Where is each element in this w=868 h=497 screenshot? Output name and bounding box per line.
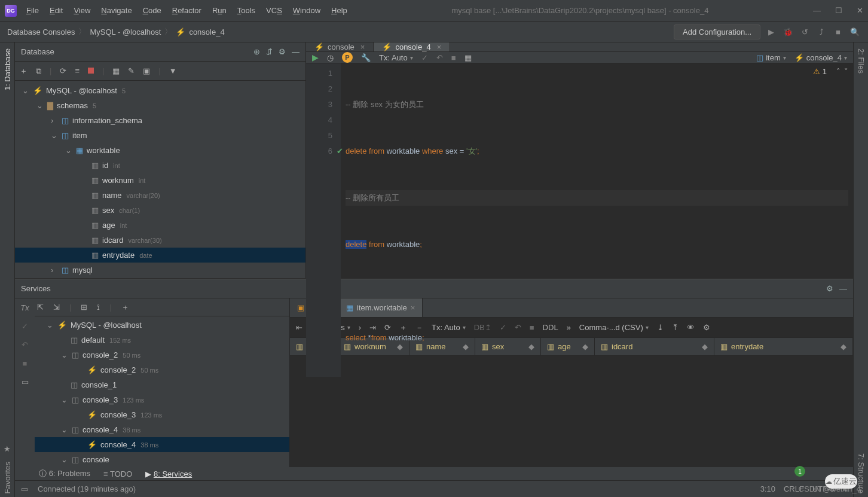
svc-item[interactable]: ⚡console_3123 ms [35, 407, 289, 422]
menu-run[interactable]: Run [212, 6, 227, 15]
target-icon[interactable]: ⊕ [253, 47, 260, 56]
table-view-icon[interactable]: ▦ [112, 66, 120, 75]
code-editor[interactable]: 123456✔ -- 删除 sex 为女的员工 delete from work… [306, 63, 853, 377]
duplicate-icon[interactable]: ⧉ [36, 66, 41, 76]
svc-item[interactable]: ⌄◫console_250 ms [35, 347, 289, 362]
menu-navigate[interactable]: Navigate [101, 6, 132, 15]
schema-icon: ◫ [756, 53, 763, 62]
inspection-badge[interactable]: ⚠1 [813, 67, 827, 76]
close-tab-icon[interactable]: × [360, 42, 365, 51]
stop-icon[interactable]: ■ [23, 359, 27, 368]
stop-button[interactable] [88, 66, 94, 75]
tree-col[interactable]: ▥sexchar(1) [15, 203, 305, 218]
tx-mode-drop[interactable]: Tx: Auto▾ [379, 53, 413, 62]
commit-icon[interactable]: ✓ [22, 322, 28, 331]
svc-item[interactable]: ⌄◫console_438 ms [35, 422, 289, 437]
maximize-icon[interactable]: ☐ [835, 6, 842, 15]
notification-badge[interactable]: 1 [794, 466, 805, 477]
caret-pos[interactable]: 3:10 [760, 484, 775, 493]
rollback-icon[interactable]: ↶ [436, 53, 443, 62]
run-button[interactable]: ▶ [312, 53, 319, 62]
first-page-icon[interactable]: ⇤ [296, 323, 302, 332]
status-window-icon[interactable]: ▭ [21, 484, 28, 493]
hide-panel-icon[interactable]: — [292, 47, 299, 56]
crumb-ds[interactable]: MySQL - @localhost [90, 28, 161, 36]
new-icon[interactable]: ＋ [20, 66, 27, 77]
cancel-icon[interactable]: ■ [451, 53, 456, 62]
refresh-icon[interactable]: ⟳ [60, 66, 66, 75]
svc-item[interactable]: ◫console_1 [35, 377, 289, 392]
close-icon[interactable]: ✕ [857, 6, 863, 15]
tree-col[interactable]: ▥namevarchar(20) [15, 188, 305, 203]
menu-code[interactable]: Code [143, 6, 161, 15]
layout-icon[interactable]: ▭ [22, 377, 29, 386]
collapse-icon[interactable]: ⇲ [53, 303, 60, 312]
grid-icon[interactable]: ▦ [464, 53, 472, 62]
profile-icon[interactable]: P [342, 52, 353, 63]
todo-tab[interactable]: ≡ TODO [103, 469, 132, 478]
session-icon: ◫ [72, 455, 79, 464]
tab-console4[interactable]: ⚡console_4× [374, 42, 450, 51]
svc-item-selected[interactable]: ⚡console_438 ms [35, 437, 289, 452]
main-menu: File Edit View Navigate Code Refactor Ru… [26, 6, 347, 15]
svc-item[interactable]: ⌄◫console [35, 452, 289, 467]
edit-icon[interactable]: ✎ [128, 66, 135, 75]
sidebar-tab-database[interactable]: 1: Database [3, 48, 12, 90]
crumb-file[interactable]: console_4 [189, 28, 224, 36]
minimize-icon[interactable]: — [813, 6, 821, 15]
crumb-root[interactable]: Database Consoles [7, 28, 75, 36]
services-tab[interactable]: ▶ 8: Services [145, 469, 192, 478]
sidebar-tab-favorites[interactable]: Favorites [3, 462, 12, 493]
tab-console[interactable]: ⚡console× [306, 42, 374, 51]
search-icon[interactable]: 🔍 [849, 28, 861, 36]
menu-window[interactable]: Window [293, 6, 320, 15]
svc-root[interactable]: ⌄⚡MySQL - @localhost [35, 318, 289, 333]
next-problem-icon[interactable]: ˅ [844, 67, 848, 76]
rollback-icon[interactable]: ↶ [22, 340, 28, 349]
tree-col[interactable]: ▥worknumint [15, 173, 305, 188]
tree-schemas[interactable]: ⌄▇schemas5 [15, 98, 305, 113]
svc-item[interactable]: ⚡console_250 ms [35, 362, 289, 377]
tree-col[interactable]: ▥ageint [15, 218, 305, 233]
gear-icon[interactable]: ⚙ [279, 47, 286, 56]
close-tab-icon[interactable]: × [437, 42, 442, 51]
svc-item[interactable]: ⌄◫console_3123 ms [35, 392, 289, 407]
problems-tab[interactable]: ⓘ 6: Problems [39, 468, 90, 479]
tx-icon[interactable]: Tx [20, 303, 29, 312]
add-icon[interactable]: ＋ [121, 302, 129, 313]
group-icon[interactable]: ⊞ [81, 303, 87, 312]
sidebar-tab-files[interactable]: 2: Files [857, 46, 866, 74]
add-configuration-button[interactable]: Add Configuration... [674, 25, 760, 39]
menu-help[interactable]: Help [331, 6, 347, 15]
menu-edit[interactable]: Edit [50, 6, 63, 15]
menu-file[interactable]: File [26, 6, 39, 15]
expand-icon[interactable]: ⇱ [37, 303, 44, 312]
collapse-icon[interactable]: ⇵ [266, 47, 273, 56]
wrench-icon[interactable]: 🔧 [361, 53, 371, 62]
svc-item[interactable]: ◫default152 ms [35, 333, 289, 347]
tree-col[interactable]: ▥idint [15, 158, 305, 173]
filter-icon[interactable]: ▼ [169, 66, 177, 75]
tree-mysql-schema[interactable]: ›◫mysql [15, 263, 305, 278]
services-strip: Tx ✓ ↶ ■ ▭ [15, 298, 35, 467]
tree-table[interactable]: ⌄▦worktable [15, 143, 305, 158]
tree-datasource[interactable]: ⌄⚡MySQL - @localhost5 [15, 83, 305, 98]
session-drop[interactable]: ⚡console_4▾ [794, 53, 847, 62]
commit-icon[interactable]: ✓ [421, 53, 428, 62]
tree-col[interactable]: ▥idcardvarchar(30) [15, 233, 305, 248]
filter-icon[interactable]: ⟟ [97, 303, 100, 312]
tree-info-schema[interactable]: ›◫information_schema [15, 113, 305, 128]
services-tree: ⌄⚡MySQL - @localhost ◫default152 ms ⌄◫co… [35, 316, 289, 467]
tree-col-selected[interactable]: ▥entrydatedate [15, 248, 305, 263]
menu-tools[interactable]: Tools [237, 6, 255, 15]
menu-vcs[interactable]: VCS [266, 6, 282, 15]
console-icon[interactable]: ▣ [143, 66, 150, 75]
favorites-star-icon[interactable]: ★ [4, 444, 11, 453]
menu-view[interactable]: View [74, 6, 90, 15]
menu-refactor[interactable]: Refactor [172, 6, 201, 15]
tree-item-schema[interactable]: ⌄◫item [15, 128, 305, 143]
sync-icon[interactable]: ≡ [75, 66, 80, 75]
prev-problem-icon[interactable]: ˄ [836, 67, 841, 76]
history-icon[interactable]: ◷ [327, 53, 334, 62]
schema-drop[interactable]: ◫item▾ [756, 53, 786, 62]
